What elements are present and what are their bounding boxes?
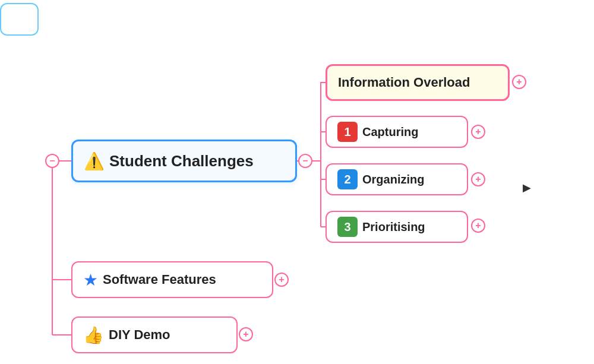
capturing-node[interactable]: 1 Capturing	[326, 116, 468, 148]
info-overload-node[interactable]: Information Overload	[326, 64, 510, 101]
organizing-label: Organizing	[362, 173, 424, 186]
organizing-badge: 2	[337, 169, 358, 189]
warning-icon: ⚠️	[84, 151, 105, 171]
capturing-label: Capturing	[362, 125, 418, 139]
thumbsup-icon: 👍	[83, 325, 104, 345]
prioritising-node[interactable]: 3 Prioritising	[326, 211, 468, 243]
partial-node-topleft	[0, 3, 39, 36]
info-overload-label: Information Overload	[338, 75, 470, 90]
prioritising-label: Prioritising	[362, 220, 425, 234]
organizing-node[interactable]: 2 Organizing	[326, 163, 468, 195]
info-overload-expand-btn[interactable]: +	[512, 75, 526, 89]
expand-icon-info: +	[516, 77, 522, 87]
student-challenges-collapse-btn[interactable]: −	[45, 154, 59, 168]
star-icon: ★	[83, 270, 98, 290]
software-features-node[interactable]: ★ Software Features	[71, 261, 273, 298]
prioritising-badge: 3	[337, 217, 358, 237]
software-features-label: Software Features	[103, 272, 216, 287]
collapse-icon: −	[49, 156, 55, 166]
software-features-expand-btn[interactable]: +	[274, 273, 289, 287]
capturing-expand-btn[interactable]: +	[471, 125, 485, 139]
diy-demo-node[interactable]: 👍 DIY Demo	[71, 316, 238, 353]
expand-icon-software: +	[279, 275, 284, 284]
expand-icon-organizing: +	[475, 175, 481, 184]
expand-icon-prioritising: +	[475, 221, 481, 230]
student-challenges-label: Student Challenges	[109, 152, 254, 170]
organizing-expand-btn[interactable]: +	[471, 172, 485, 186]
diy-demo-label: DIY Demo	[109, 327, 170, 343]
cursor-pointer: ▶	[523, 181, 531, 194]
expand-icon-capturing: +	[475, 127, 481, 137]
diy-demo-expand-btn[interactable]: +	[239, 327, 253, 341]
expand-icon-diy: +	[243, 330, 248, 339]
capturing-badge: 1	[337, 122, 358, 142]
collapse-right-icon: −	[302, 156, 308, 166]
student-challenges-right-collapse-btn[interactable]: −	[298, 154, 312, 168]
prioritising-expand-btn[interactable]: +	[471, 219, 485, 233]
student-challenges-node[interactable]: ⚠️ Student Challenges	[71, 140, 297, 182]
